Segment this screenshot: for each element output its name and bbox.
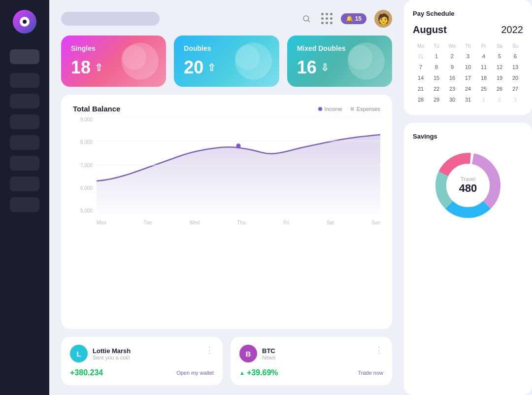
cal-day[interactable]: 3 — [507, 94, 523, 105]
calendar-grid: Mo Tu We Th Fr Sa Su 31 1 2 3 — [413, 41, 523, 105]
cal-day[interactable]: 10 — [460, 62, 476, 72]
savings-title: Savings — [413, 133, 523, 140]
singles-circle-small — [122, 45, 146, 70]
sidebar-item-1[interactable] — [10, 73, 39, 88]
day-we: We — [444, 41, 460, 51]
chart-title: Total Balance — [73, 105, 120, 113]
cal-day[interactable]: 29 — [429, 94, 444, 105]
cal-day[interactable]: 11 — [476, 62, 492, 72]
lottie-info: Lottie Marsh Sent you a coin — [93, 347, 131, 360]
cal-day[interactable]: 1 — [429, 51, 444, 62]
sidebar-item-6[interactable] — [10, 177, 39, 191]
cal-day[interactable]: 5 — [492, 51, 507, 62]
right-panel: Pay Schedule August 2022 Mo Tu We Th Fr … — [404, 0, 532, 395]
cal-day[interactable]: 18 — [476, 72, 492, 83]
logo-dot — [23, 20, 27, 24]
cal-day[interactable]: 27 — [507, 83, 523, 94]
calendar-card: Pay Schedule August 2022 Mo Tu We Th Fr … — [404, 0, 532, 115]
logo-inner — [20, 17, 30, 27]
lottie-name: Lottie Marsh — [93, 347, 131, 355]
transaction-left-lottie: L Lottie Marsh Sent you a coin — [70, 345, 131, 362]
day-sa: Sa — [492, 41, 507, 51]
btc-footer: ▲ +39.69% Trade now — [239, 368, 383, 377]
cal-day[interactable]: 24 — [460, 83, 476, 94]
calendar-header-row: August 2022 — [413, 24, 523, 36]
singles-arrow-icon: ⇧ — [95, 62, 103, 73]
cal-day[interactable]: 25 — [476, 83, 492, 94]
lottie-action[interactable]: Open my wallet — [176, 370, 214, 376]
cal-day[interactable]: 13 — [507, 62, 523, 72]
sidebar-item-0[interactable] — [10, 49, 39, 64]
header-right: 🔔 15 🧑 — [299, 10, 392, 28]
transaction-header-lottie: L Lottie Marsh Sent you a coin ⋮ — [70, 345, 214, 362]
stat-card-singles[interactable]: Singles 18 ⇧ — [61, 36, 166, 87]
cal-day[interactable]: 7 — [413, 62, 429, 72]
chart-card: Total Balance Income Expenses 9,000 8,00… — [61, 95, 392, 329]
cal-day[interactable]: 22 — [429, 83, 444, 94]
cal-day[interactable]: 20 — [507, 72, 523, 83]
cal-day[interactable]: 23 — [444, 83, 460, 94]
cal-day[interactable]: 30 — [444, 94, 460, 105]
cal-day[interactable]: 1 — [476, 94, 492, 105]
doubles-circle-small — [235, 45, 260, 70]
btc-action[interactable]: Trade now — [358, 370, 383, 376]
transactions-row: L Lottie Marsh Sent you a coin ⋮ +380.23… — [61, 337, 392, 385]
svg-line-1 — [308, 20, 309, 22]
notification-badge[interactable]: 🔔 15 — [341, 13, 366, 24]
day-th: Th — [460, 41, 476, 51]
search-icon[interactable] — [299, 12, 313, 26]
cal-day[interactable]: 6 — [507, 51, 523, 62]
cal-day[interactable]: 4 — [476, 51, 492, 62]
mixed-circle-small — [348, 45, 372, 70]
cal-day[interactable]: 8 — [429, 62, 444, 72]
day-su: Su — [507, 41, 523, 51]
legend-income: Income — [318, 106, 342, 112]
sidebar-item-3[interactable] — [10, 114, 39, 129]
cal-day[interactable]: 19 — [492, 72, 507, 83]
cal-day[interactable]: 16 — [444, 72, 460, 83]
sidebar-item-5[interactable] — [10, 156, 39, 171]
cal-day[interactable]: 14 — [413, 72, 429, 83]
cal-day[interactable]: 9 — [444, 62, 460, 72]
savings-chart-area: Travel 480 — [413, 146, 523, 225]
search-bar[interactable] — [61, 12, 160, 26]
btc-menu-icon[interactable]: ⋮ — [374, 345, 383, 356]
btc-info: BTC News — [262, 347, 276, 360]
savings-center-label: Travel 480 — [459, 176, 477, 195]
cal-day[interactable]: 17 — [460, 72, 476, 83]
stat-card-doubles[interactable]: Doubles 20 ⇧ — [174, 36, 279, 87]
transaction-card-lottie: L Lottie Marsh Sent you a coin ⋮ +380.23… — [61, 337, 223, 385]
chart-header: Total Balance Income Expenses — [73, 105, 380, 113]
stats-row: Singles 18 ⇧ Doubles 20 ⇧ Mixed Doubles … — [61, 36, 392, 87]
day-fr: Fr — [476, 41, 492, 51]
cal-day[interactable]: 26 — [492, 83, 507, 94]
lottie-amount: +380.234 — [70, 368, 103, 377]
sidebar-item-7[interactable] — [10, 197, 39, 212]
cal-day[interactable]: 2 — [492, 94, 507, 105]
doubles-arrow-icon: ⇧ — [207, 62, 216, 73]
sidebar-item-2[interactable] — [10, 94, 39, 108]
chart-area: 9,000 8,000 7,000 6,000 5,000 — [73, 117, 380, 225]
avatar[interactable]: 🧑 — [374, 10, 392, 28]
lottie-avatar: L — [70, 345, 88, 362]
cal-day[interactable]: 28 — [413, 94, 429, 105]
apps-icon[interactable] — [321, 13, 333, 25]
main-content: 🔔 15 🧑 Singles 18 ⇧ Doubles 20 ⇧ — [49, 0, 404, 395]
btc-trend-icon: ▲ — [239, 370, 245, 376]
sidebar — [0, 0, 49, 395]
logo[interactable] — [13, 10, 36, 34]
cal-day[interactable]: 2 — [444, 51, 460, 62]
cal-day[interactable]: 15 — [429, 72, 444, 83]
mixed-arrow-icon: ⇩ — [321, 62, 329, 73]
cal-day[interactable]: 21 — [413, 83, 429, 94]
btc-name: BTC — [262, 347, 276, 355]
cal-day[interactable]: 12 — [492, 62, 507, 72]
stat-card-mixed[interactable]: Mixed Doubles 16 ⇩ — [287, 36, 392, 87]
calendar-month: August — [413, 24, 447, 36]
svg-point-2 — [236, 144, 240, 148]
cal-day[interactable]: 31 — [460, 94, 476, 105]
cal-day[interactable]: 3 — [460, 51, 476, 62]
sidebar-item-4[interactable] — [10, 135, 39, 150]
lottie-menu-icon[interactable]: ⋮ — [205, 345, 214, 356]
cal-day[interactable]: 31 — [413, 51, 429, 62]
